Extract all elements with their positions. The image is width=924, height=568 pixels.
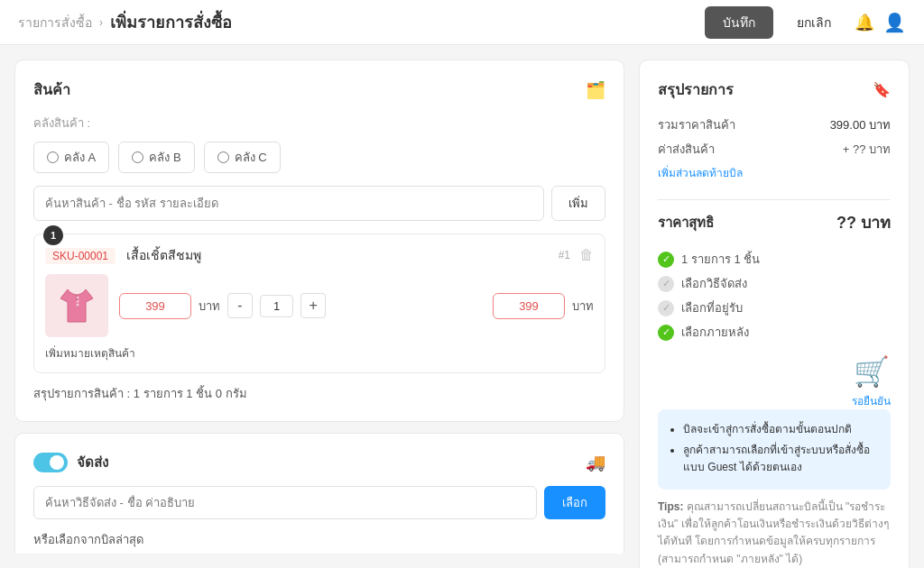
total-unit: บาท [572,297,594,316]
toggle-knob [50,455,64,470]
tips-text: Tips: คุณสามารถเปลี่ยนสถานะบิลนี้เป็น "ร… [658,499,891,568]
select-from-last-label: หรือเลือกจากบิลล่าสุด [33,530,605,549]
bell-icon[interactable]: 🔔 [855,13,874,32]
check-item-2: ✓ เลือกวิธีจัดส่ง [658,274,891,293]
check-label-3: เลือกที่อยู่รับ [681,298,743,317]
warehouse-radio-a[interactable] [47,151,59,163]
product-num: #1 [559,249,570,261]
check-label-4: เลือกภายหลัง [681,323,749,342]
product-summary-line: สรุปรายการสินค้า : 1 รายการ 1 ชิ้น 0 กรั… [33,384,605,403]
product-card-title: สินค้า [33,78,70,101]
product-note-link[interactable]: เพิ่มหมายเหตุสินค้า [45,347,135,360]
check-label-2: เลือกวิธีจัดส่ง [681,274,747,293]
shipping-title-wrap: จัดส่ง [33,452,108,473]
grand-total-value: ?? บาท [836,209,891,235]
shipping-select-button[interactable]: เลือก [544,486,605,519]
breadcrumb: รายการสั่งซื้อ › เพิ่มรายการสั่งซื้อ [18,9,705,35]
warehouse-label-a: คลัง A [64,148,96,167]
confirm-btn-area: 🛒 รอยืนยัน [658,354,891,409]
grand-total-label: ราคาสุทธิ [658,212,714,234]
topnav: รายการสั่งซื้อ › เพิ่มรายการสั่งซื้อ บัน… [0,0,924,45]
total-product-label: รวมราคาสินค้า [658,115,735,134]
check-item-4: ✓ เลือกภายหลัง [658,323,891,342]
shipping-search-input[interactable] [33,486,537,519]
shipping-truck-icon: 🚚 [586,453,605,472]
breadcrumb-current: เพิ่มรายการสั่งซื้อ [110,9,232,35]
warehouse-radio-b[interactable] [132,151,143,163]
warehouse-option-c[interactable]: คลัง C [204,142,281,173]
right-panel: สรุปรายการ 🔖 รวมราคาสินค้า 399.00 บาท ค่… [639,60,910,554]
product-price-input[interactable] [119,293,191,319]
product-note: เพิ่มหมายเหตุสินค้า [45,344,594,362]
check-icon-1: ✓ [658,252,674,268]
shipping-header: จัดส่ง 🚚 [33,452,605,473]
warehouse-option-a[interactable]: คลัง A [33,142,109,173]
check-icon-3: ✓ [658,300,674,316]
save-button[interactable]: บันทึก [705,6,773,39]
breadcrumb-separator: › [99,16,103,29]
checklist: ✓ 1 รายการ 1 ชิ้น ✓ เลือกวิธีจัดส่ง ✓ เล… [658,250,891,342]
warehouse-radio-c[interactable] [217,151,229,163]
qty-value: 1 [260,295,293,317]
summary-divider [658,199,891,200]
add-discount-link[interactable]: เพิ่มส่วนลดท้ายบิล [658,164,743,181]
info-bullet-2: ลูกค้าสามารถเลือกที่เข้าสู่ระบบหรือสั่งซ… [683,441,880,475]
shipping-label: จัดส่ง [77,452,108,473]
main-layout: สินค้า 🗂️ คลังสินค้า : คลัง A คลัง B คลั… [0,45,924,568]
info-bullet-1: บิลจะเข้าสู่การสั่งซื้อตามขั้นตอนปกติ [683,420,880,437]
qty-plus-button[interactable]: + [300,293,326,318]
svg-point-0 [77,297,79,299]
product-search-bar: เพิ่ม [33,186,605,221]
summary-total-product-row: รวมราคาสินค้า 399.00 บาท [658,115,891,134]
product-card-icon: 🗂️ [586,80,605,100]
product-image [45,274,108,337]
tips-content: คุณสามารถเปลี่ยนสถานะบิลนี้เป็น "รอชำระเ… [658,500,889,565]
product-sku-name: SKU-00001 เสื้อเชิ้ตสีชมพู [45,245,201,265]
bookmark-icon[interactable]: 🔖 [873,81,891,98]
shipping-cost-value: + ?? บาท [843,140,891,159]
summary-card-title: สรุปรายการ [658,78,734,101]
user-icon[interactable]: 👤 [883,12,906,33]
product-delete-icon[interactable]: 🗑 [579,247,594,263]
breadcrumb-main[interactable]: รายการสั่งซื้อ [18,13,92,32]
left-panel: สินค้า 🗂️ คลังสินค้า : คลัง A คลัง B คลั… [14,60,624,554]
svg-point-2 [77,304,79,307]
product-badge: 1 [43,225,63,245]
warehouse-label-c: คลัง C [235,148,267,167]
tips-label: Tips: [658,500,683,513]
shipping-toggle[interactable] [33,453,68,472]
product-item-header: SKU-00001 เสื้อเชิ้ตสีชมพู #1 🗑 [45,245,594,265]
warehouse-options: คลัง A คลัง B คลัง C [33,142,605,173]
warehouse-label: คลังสินค้า : [33,114,605,133]
info-box: บิลจะเข้าสู่การสั่งซื้อตามขั้นตอนปกติ ลู… [658,409,891,490]
product-sku: SKU-00001 [45,248,116,264]
price-unit: บาท [199,297,220,316]
product-card: สินค้า 🗂️ คลังสินค้า : คลัง A คลัง B คลั… [14,60,624,422]
summary-card-header: สรุปรายการ 🔖 [658,78,891,101]
check-icon-2: ✓ [658,276,674,292]
shipping-cost-label: ค่าส่งสินค้า [658,140,715,159]
confirm-label: รอยืนยัน [852,392,891,409]
product-total-input[interactable] [493,293,565,319]
check-label-1: 1 รายการ 1 ชิ้น [681,250,760,269]
summary-shipping-row: ค่าส่งสินค้า + ?? บาท [658,140,891,159]
cancel-button[interactable]: ยกเลิก [782,6,845,39]
product-item: 1 SKU-00001 เสื้อเชิ้ตสีชมพู #1 🗑 [33,234,605,373]
product-price-controls: บาท - 1 + บาท [119,293,594,319]
qty-minus-button[interactable]: - [227,293,253,318]
grand-total-row: ราคาสุทธิ ?? บาท [658,209,891,235]
check-icon-4: ✓ [658,325,674,341]
shipping-search-row: เลือก [33,486,605,519]
warehouse-option-b[interactable]: คลัง B [118,142,194,173]
check-item-1: ✓ 1 รายการ 1 ชิ้น [658,250,891,269]
confirm-button[interactable]: 🛒 รอยืนยัน [852,354,891,409]
total-product-value: 399.00 บาท [830,115,891,134]
product-body: บาท - 1 + บาท [45,274,594,337]
product-search-input[interactable] [33,186,544,221]
shipping-card: จัดส่ง 🚚 เลือก หรือเลือกจากบิลล่าสุด Ker… [14,433,624,554]
summary-card: สรุปรายการ 🔖 รวมราคาสินค้า 399.00 บาท ค่… [639,60,910,568]
product-card-header: สินค้า 🗂️ [33,78,605,101]
check-item-3: ✓ เลือกที่อยู่รับ [658,298,891,317]
product-name: เสื้อเชิ้ตสีชมพู [126,248,201,262]
product-add-button[interactable]: เพิ่ม [551,186,605,221]
